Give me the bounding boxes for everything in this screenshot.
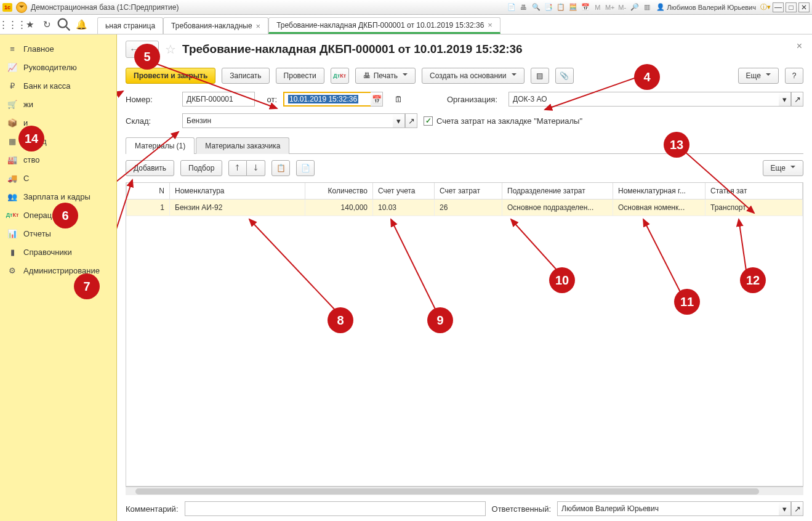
close-icon[interactable]: × [256,22,261,31]
open-button[interactable]: ↗ [791,501,803,516]
truck-icon: 🚚 [7,173,17,183]
people-icon: 👥 [7,192,17,201]
menu-admin[interactable]: ⚙Администрирование [0,261,116,280]
print-icon[interactable]: 🖶 [518,2,529,12]
menu-reference[interactable]: ▮Справочники [0,243,116,261]
warehouse-input[interactable]: Бензин [182,113,393,128]
col-group[interactable]: Номенклатурная г... [613,183,705,200]
dropdown-button[interactable]: ▾ [779,501,791,516]
menu-icon: ≡ [7,44,17,54]
related-button[interactable]: ▤ [531,68,549,84]
mplus-icon[interactable]: M+ [605,2,615,12]
col-dept[interactable]: Подразделение затрат [502,183,613,200]
close-form-button[interactable]: × [797,41,802,52]
create-based-button[interactable]: Создать на основании [422,68,525,84]
responsible-input[interactable]: Любимов Валерий Юрьевич [557,501,779,516]
window-title: Демонстрационная база (1С:Предприятие) [31,3,179,12]
grid-more-button[interactable]: Еще [763,160,803,176]
user-label[interactable]: 👤 Любимов Валерий Юрьевич [656,3,756,11]
tab-customer-materials[interactable]: Материалы заказчика [196,137,289,154]
dropdown-button[interactable]: ▾ [779,92,791,107]
close-button[interactable]: ✕ [798,2,810,12]
col-acct[interactable]: Счет учета [373,183,435,200]
period-icon[interactable]: 🗓 [389,91,408,107]
menu-reports[interactable]: 📊Отчеты [0,224,116,243]
toolbar-icon[interactable]: 📄 [506,2,517,12]
zoom-icon[interactable]: 🔎 [629,2,640,12]
table-row[interactable]: 1 Бензин АИ-92 140,000 10.03 26 Основное… [127,200,803,216]
bell-icon[interactable]: 🔔 [73,16,90,33]
history-icon[interactable]: ↻ [38,16,55,33]
paste-row-button[interactable]: 📄 [296,160,315,176]
doc-title: Требование-накладная ДКБП-000001 от 10.0… [182,42,523,56]
search-icon[interactable] [55,16,73,33]
tab-materials[interactable]: Материалы (1) [126,137,195,154]
ruble-icon: ₽ [7,81,17,91]
info-icon[interactable]: ⓘ▾ [760,2,771,12]
add-button[interactable]: Добавить [126,160,174,176]
h-scrollbar[interactable] [126,487,803,495]
col-nom[interactable]: Номенклатура [170,183,305,200]
open-button[interactable]: ↗ [405,113,417,128]
dtkt-button[interactable]: ДтКт [331,68,349,84]
calendar-button[interactable]: 📅 [371,92,383,107]
app-menu-button[interactable] [16,2,27,13]
document-form: × ←→ ☆ Требование-накладная ДКБП-000001 … [117,34,812,521]
panel-icon[interactable]: ▥ [641,2,652,12]
date-input[interactable]: 10.01.2019 15:32:36 [283,92,371,107]
minimize-button[interactable]: — [773,2,784,12]
logo-1c: 1c [2,3,12,12]
copy-icon[interactable]: 📋 [555,2,566,12]
col-n[interactable]: N [127,183,170,200]
print-button[interactable]: 🖶Печать [355,68,416,84]
favorite-icon[interactable]: ★ [21,16,38,33]
comment-input[interactable] [185,501,486,516]
apps-icon[interactable]: ⋮⋮⋮ [4,16,21,33]
menu-os[interactable]: 🚚С [0,169,116,187]
org-input[interactable]: ДОК-3 АО [509,92,779,107]
col-cost-acct[interactable]: Счет затрат [435,183,502,200]
menu-bank[interactable]: ₽Банк и касса [0,76,116,95]
open-button[interactable]: ↗ [791,92,803,107]
col-item[interactable]: Статья зат [705,183,803,200]
help-button[interactable]: ? [785,68,803,84]
close-icon[interactable]: × [488,20,492,30]
attach-button[interactable]: 📎 [555,68,574,84]
m-icon[interactable]: M [592,2,603,12]
maximize-button[interactable]: □ [786,2,797,12]
move-up-button[interactable]: 🡑 [228,160,247,176]
printer-icon: 🖶 [363,71,371,80]
move-down-button[interactable]: 🡓 [247,160,265,176]
star-icon[interactable]: ☆ [165,42,176,57]
col-qty[interactable]: Количество [305,183,373,200]
menu-prod[interactable]: 🏭ство [0,150,116,169]
prod-icon: 🏭 [7,155,17,164]
copy-row-button[interactable]: 📋 [271,160,290,176]
post-button[interactable]: Провести [276,68,324,84]
calendar-icon[interactable]: 📅 [580,2,590,12]
cost-accounts-checkbox[interactable]: ✓Счета затрат на закладке "Материалы" [424,116,582,126]
pick-button[interactable]: Подбор [180,160,222,176]
menu-main[interactable]: ≡Главное [0,39,116,58]
compare-icon[interactable]: 📑 [543,2,553,12]
post-and-close-button[interactable]: Провести и закрыть [126,68,215,84]
menu-purchases[interactable]: 📦и [0,113,116,132]
number-label: Номер: [126,95,176,104]
number-input[interactable]: ДКБП-000001 [182,92,255,107]
menu-warehouse[interactable]: ▦Склад [0,132,116,150]
calc-icon[interactable]: 🧮 [568,2,578,12]
preview-icon[interactable]: 🔍 [531,2,541,12]
dropdown-button[interactable]: ▾ [393,113,405,128]
menu-hr[interactable]: 👥Зарплата и кадры [0,187,116,206]
materials-grid[interactable]: N Номенклатура Количество Счет учета Сче… [126,182,803,487]
menu-manager[interactable]: 📈Руководителю [0,58,116,76]
save-button[interactable]: Записать [222,68,269,84]
checkbox-icon: ✓ [424,116,433,126]
tab-list[interactable]: Требования-накладные× [163,17,268,34]
titlebar: 1c Демонстрационная база (1С:Предприятие… [0,0,812,15]
tab-document[interactable]: Требование-накладная ДКБП-000001 от 10.0… [268,17,500,34]
menu-sales[interactable]: 🛒жи [0,95,116,113]
mminus-icon[interactable]: M- [617,2,627,12]
tab-home[interactable]: ьная страница [97,17,163,34]
more-button[interactable]: Еще [738,68,779,84]
